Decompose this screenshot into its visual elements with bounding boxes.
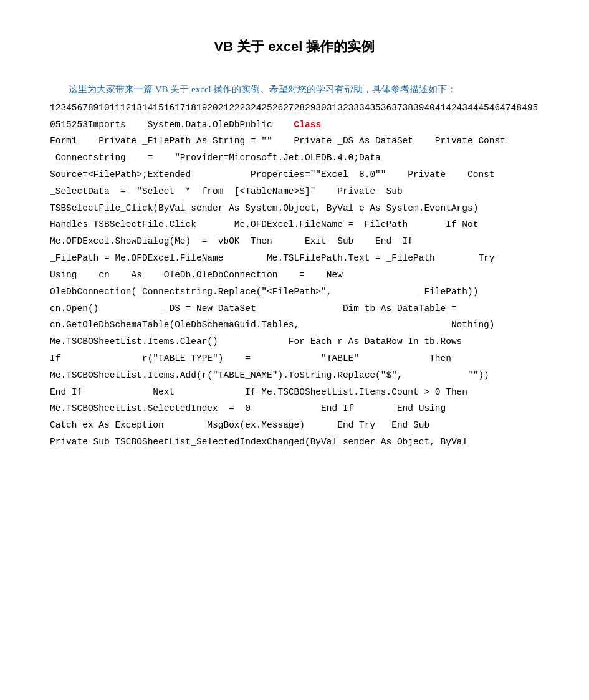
code-line-4: Source=<FilePath>;Extended Properties=""…	[50, 166, 539, 183]
code-line-14: Me.TSCBOSheetList.Items.Clear() For Each…	[50, 333, 539, 350]
code-line-5: _SelectData = "Select * from [<TableName…	[50, 183, 539, 200]
content-area: 这里为大家带来一篇 VB 关于 excel 操作的实例。希望对您的学习有帮助，具…	[50, 81, 539, 451]
code-line-18: Me.TSCBOSheetList.SelectedIndex = 0 End …	[50, 400, 539, 417]
code-line-13: cn.GetOleDbSchemaTable(OleDbSchemaGuid.T…	[50, 317, 539, 333]
code-line-10: Using cn As OleDb.OleDbConnection = New	[50, 267, 539, 284]
code-line-2: Form1 Private _FilePath As String = "" P…	[50, 133, 539, 150]
code-line-19: Catch ex As Exception MsgBox(ex.Message)…	[50, 417, 539, 434]
code-line-16: Me.TSCBOSheetList.Items.Add(r("TABLE_NAM…	[50, 367, 539, 384]
code-line-15: If r("TABLE_TYPE") = "TABLE" Then	[50, 350, 539, 367]
code-line-12: cn.Open() _DS = New DataSet Dim tb As Da…	[50, 300, 539, 317]
code-line-17: End If Next If Me.TSCBOSheetList.Items.C…	[50, 384, 539, 401]
code-line-6: TSBSelectFile_Click(ByVal sender As Syst…	[50, 200, 539, 217]
intro-text: 这里为大家带来一篇 VB 关于 excel 操作的实例。希望对您的学习有帮助，具…	[50, 81, 539, 98]
code-line-8: Me.OFDExcel.ShowDialog(Me) = vbOK Then E…	[50, 233, 539, 250]
code-line-11: OleDbConnection(_Connectstring.Replace("…	[50, 284, 539, 300]
page-title: VB 关于 excel 操作的实例	[50, 37, 539, 56]
class-keyword: Class	[294, 120, 322, 130]
code-line-7: Handles TSBSelectFile.Click Me.OFDExcel.…	[50, 216, 539, 233]
code-block: 1234567891011121314151617181920212223242…	[50, 100, 539, 451]
code-line-9: _FilePath = Me.OFDExcel.FileName Me.TSLF…	[50, 250, 539, 267]
code-line-3: _Connectstring = "Provider=Microsoft.Jet…	[50, 150, 539, 166]
code-line-20: Private Sub TSCBOSheetList_SelectedIndex…	[50, 434, 539, 451]
code-line-1: 1234567891011121314151617181920212223242…	[50, 100, 539, 133]
